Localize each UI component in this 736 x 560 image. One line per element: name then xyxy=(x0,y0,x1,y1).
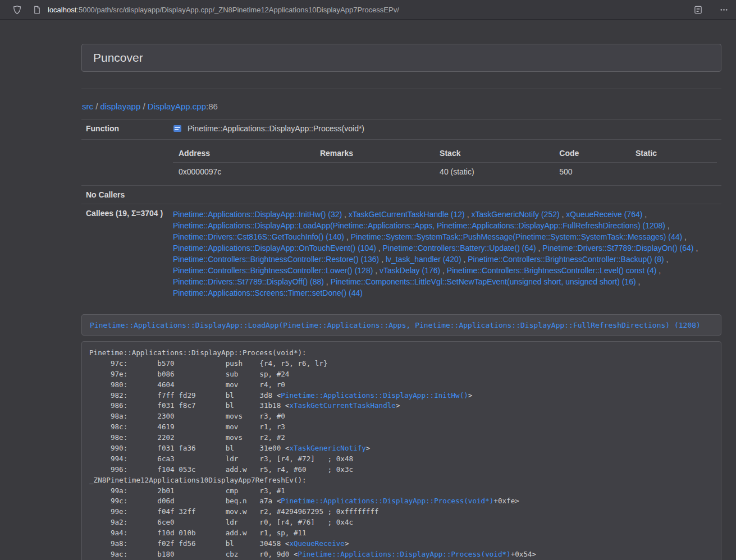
function-row: Function Pinetime::Applications::Display… xyxy=(81,120,721,140)
breadcrumb-link[interactable]: src xyxy=(82,102,93,111)
callee-separator: , xyxy=(440,266,447,275)
callee-separator: , xyxy=(465,210,472,219)
reader-view-icon[interactable] xyxy=(691,3,705,16)
stats-value: 40 (static) xyxy=(434,163,554,181)
callee-link[interactable]: Pinetime::Drivers::St7789::DisplayOff() … xyxy=(173,277,324,286)
callee-link[interactable]: Pinetime::Applications::Screens::Timer::… xyxy=(173,288,363,297)
callee-link[interactable]: xTaskGetCurrentTaskHandle (12) xyxy=(349,210,465,219)
callee-link[interactable]: Pinetime::Applications::DisplayApp::OnTo… xyxy=(173,244,376,253)
symbol-heading-link[interactable]: Pinetime::Applications::DisplayApp::Load… xyxy=(90,321,701,329)
callee-link[interactable]: lv_task_handler (420) xyxy=(386,255,461,264)
page-info-icon[interactable] xyxy=(30,3,44,16)
callee-link[interactable]: Pinetime::Controllers::BrightnessControl… xyxy=(468,255,664,264)
stats-value xyxy=(314,163,434,181)
app-title: Puncover xyxy=(93,51,710,65)
no-callers-row: No Callers xyxy=(81,186,721,204)
callee-link[interactable]: Pinetime::Drivers::St7789::DisplayOn() (… xyxy=(542,244,693,253)
stats-value: 500 xyxy=(554,163,630,181)
callees-list: Pinetime::Applications::DisplayApp::Init… xyxy=(173,209,717,299)
callee-link[interactable]: Pinetime::Controllers::BrightnessControl… xyxy=(173,255,379,264)
callee-separator: , xyxy=(536,244,543,253)
callees-label: Callees (19, Σ=3704 ) xyxy=(81,204,168,304)
callee-separator: , xyxy=(344,232,351,241)
stats-header-address: Address xyxy=(173,144,314,163)
callee-separator: , xyxy=(664,255,669,264)
code-symbol-link[interactable]: xTaskGenericNotify xyxy=(289,444,365,452)
callee-separator: , xyxy=(636,277,641,286)
content: Puncover src / displayapp / DisplayApp.c… xyxy=(81,44,721,560)
breadcrumb: src / displayapp / DisplayApp.cpp:86 xyxy=(82,102,721,111)
breadcrumb-text: :86 xyxy=(206,102,218,111)
stats-header-static: Static xyxy=(630,144,717,163)
stats-value: 0x0000097c xyxy=(173,163,314,181)
page-actions-menu-icon[interactable] xyxy=(717,3,730,16)
breadcrumb-separator: / xyxy=(93,102,100,111)
divider xyxy=(81,89,721,89)
function-icon xyxy=(173,124,182,135)
callees-row: Callees (19, Σ=3704 ) Pinetime::Applicat… xyxy=(81,204,721,304)
callee-link[interactable]: Pinetime::Applications::DisplayApp::Init… xyxy=(173,210,342,219)
symbol-table: Function Pinetime::Applications::Display… xyxy=(81,119,721,303)
function-name: Pinetime::Applications::DisplayApp::Proc… xyxy=(188,124,364,133)
stats-row-label xyxy=(81,140,168,186)
callee-link[interactable]: Pinetime::System::SystemTask::PushMessag… xyxy=(351,232,683,241)
disassembly-code[interactable]: Pinetime::Applications::DisplayApp::Proc… xyxy=(81,341,721,560)
callee-separator: , xyxy=(461,255,468,264)
stats-header-row: AddressRemarksStackCodeStatic xyxy=(173,144,717,163)
symbol-heading-panel: Pinetime::Applications::DisplayApp::Load… xyxy=(81,314,721,336)
stats-table: AddressRemarksStackCodeStatic 0x0000097c… xyxy=(173,144,717,181)
callee-link[interactable]: Pinetime::Applications::DisplayApp::Load… xyxy=(173,221,665,230)
callee-separator: , xyxy=(379,255,386,264)
callee-separator: , xyxy=(560,210,566,219)
callee-separator: , xyxy=(694,244,698,253)
callee-link[interactable]: xTaskGenericNotify (252) xyxy=(471,210,559,219)
breadcrumb-separator: / xyxy=(140,102,148,111)
callee-link[interactable]: Pinetime::Drivers::Cst816S::GetTouchInfo… xyxy=(173,232,344,241)
callee-separator: , xyxy=(642,210,647,219)
callee-separator: , xyxy=(665,221,670,230)
url-bar[interactable]: localhost:5000/path/src/displayapp/Displ… xyxy=(48,6,399,14)
function-label: Function xyxy=(81,120,168,140)
browser-toolbar: localhost:5000/path/src/displayapp/Displ… xyxy=(0,0,736,20)
callee-link[interactable]: Pinetime::Controllers::BrightnessControl… xyxy=(173,266,373,275)
stats-header-stack: Stack xyxy=(434,144,554,163)
callee-link[interactable]: Pinetime::Components::LittleVgl::SetNewT… xyxy=(331,277,636,286)
callee-separator: , xyxy=(342,210,349,219)
code-symbol-link[interactable]: xQueueReceive xyxy=(289,539,345,548)
breadcrumb-link[interactable]: DisplayApp.cpp xyxy=(148,102,206,111)
stats-row: AddressRemarksStackCodeStatic 0x0000097c… xyxy=(81,140,721,186)
callee-separator: , xyxy=(373,266,380,275)
breadcrumb-link[interactable]: displayapp xyxy=(100,102,141,111)
stats-value xyxy=(630,163,717,181)
callee-separator: , xyxy=(324,277,331,286)
app-header-panel: Puncover xyxy=(81,44,721,72)
stats-value-row: 0x0000097c40 (static)500 xyxy=(173,163,717,181)
callers-cell xyxy=(168,186,721,204)
code-symbol-link[interactable]: Pinetime::Applications::DisplayApp::Proc… xyxy=(298,550,511,558)
callee-link[interactable]: Pinetime::Controllers::Battery::Update()… xyxy=(383,244,536,253)
callee-separator: , xyxy=(682,232,687,241)
callee-separator: , xyxy=(656,266,661,275)
stats-header-remarks: Remarks xyxy=(314,144,434,163)
code-symbol-link[interactable]: Pinetime::Applications::DisplayApp::Init… xyxy=(281,391,468,400)
url-host: localhost xyxy=(48,6,76,14)
stats-header-code: Code xyxy=(554,144,630,163)
code-symbol-link[interactable]: Pinetime::Applications::DisplayApp::Proc… xyxy=(281,497,493,505)
url-path: :5000/path/src/displayapp/DisplayApp.cpp… xyxy=(76,6,399,14)
no-callers-label: No Callers xyxy=(81,186,168,204)
callee-separator: , xyxy=(376,244,383,253)
callee-link[interactable]: xQueueReceive (764) xyxy=(566,210,642,219)
tracking-protection-shield-icon[interactable] xyxy=(10,3,24,16)
code-symbol-link[interactable]: xTaskGetCurrentTaskHandle xyxy=(289,401,396,410)
callee-link[interactable]: vTaskDelay (176) xyxy=(380,266,440,275)
callee-link[interactable]: Pinetime::Controllers::BrightnessControl… xyxy=(447,266,656,275)
